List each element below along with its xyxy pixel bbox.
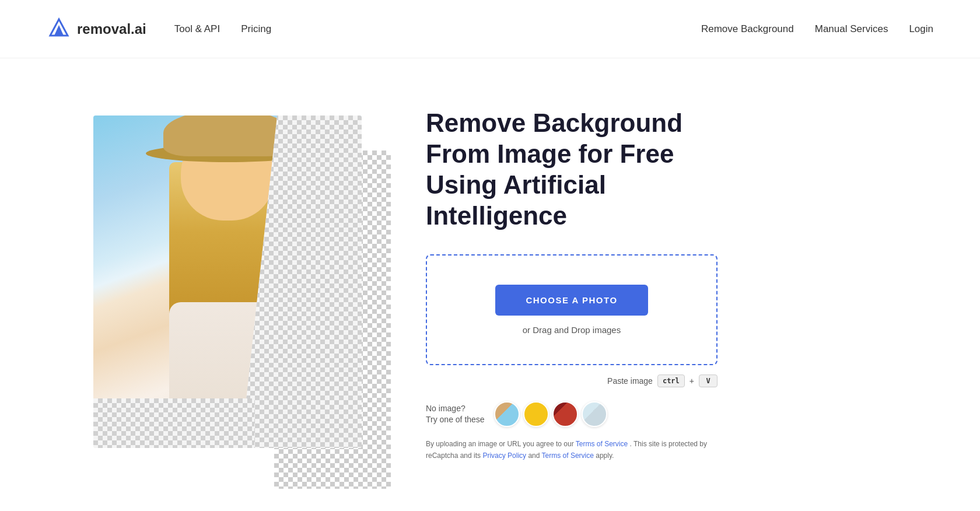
drag-drop-text: or Drag and Drop images (444, 325, 699, 335)
sample-row: No image? Try one of these (426, 401, 718, 427)
paste-row: Paste image ctrl + V (426, 374, 718, 387)
no-image-text: No image? Try one of these (426, 403, 485, 426)
choose-photo-button[interactable]: CHOOSE A PHOTO (495, 285, 648, 316)
upload-box[interactable]: CHOOSE A PHOTO or Drag and Drop images (426, 254, 718, 365)
logo-text: removal.ai (77, 21, 146, 37)
hat-shape (163, 116, 292, 156)
privacy-link[interactable]: Privacy Policy (482, 452, 526, 460)
logo-icon (47, 17, 71, 41)
sample-thumb-4[interactable] (582, 401, 607, 427)
nav-remove-background[interactable]: Remove Background (701, 23, 794, 35)
paste-label: Paste image (607, 376, 653, 386)
ctrl-key: ctrl (657, 374, 685, 387)
sample-thumb-3[interactable] (552, 401, 578, 427)
hero-image-container (93, 116, 379, 454)
nav-tool-api[interactable]: Tool & API (174, 23, 220, 35)
nav-pricing[interactable]: Pricing (241, 23, 271, 35)
sample-thumb-2[interactable] (523, 401, 549, 427)
tos1-link[interactable]: Terms of Service (576, 440, 628, 448)
nav-left: Tool & API Pricing (174, 23, 271, 35)
tos2-link[interactable]: Terms of Service (542, 452, 594, 460)
sample-thumb-1[interactable] (494, 401, 520, 427)
hero-title: Remove Background From Image for Free Us… (426, 108, 718, 231)
legal-text: By uploading an image or URL you agree t… (426, 439, 718, 461)
plus-sign: + (690, 376, 694, 386)
nav-manual-services[interactable]: Manual Services (815, 23, 888, 35)
hero-photo (93, 116, 362, 448)
checker-overlay-bottom (93, 398, 254, 449)
sample-thumbnails (494, 401, 607, 427)
v-key: V (699, 374, 718, 387)
nav-right: Remove Background Manual Services Login (701, 23, 933, 35)
right-content: Remove Background From Image for Free Us… (426, 108, 718, 461)
logo[interactable]: removal.ai (47, 17, 146, 41)
nav-login[interactable]: Login (909, 23, 933, 35)
